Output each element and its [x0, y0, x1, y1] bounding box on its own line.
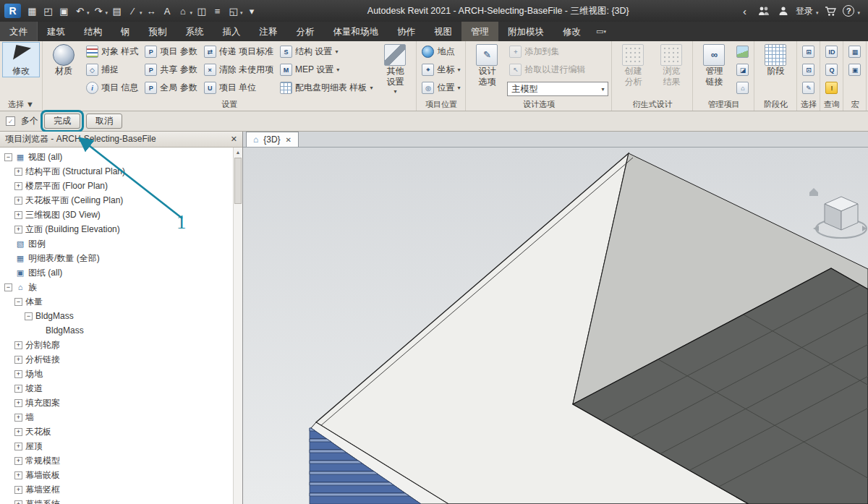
tree-item[interactable]: −⌂族: [1, 280, 232, 294]
tree-item[interactable]: +楼层平面 (Floor Plan): [1, 179, 232, 193]
signin-button[interactable]: 登录: [796, 5, 813, 17]
tab-file[interactable]: 文件: [0, 22, 38, 41]
tree-item[interactable]: +屋顶: [1, 439, 232, 453]
tab-视图[interactable]: 视图: [425, 22, 461, 41]
create-study-button[interactable]: 创建分析: [615, 43, 651, 87]
redo-icon[interactable]: ↷: [91, 4, 106, 18]
expand-icon[interactable]: +: [14, 197, 22, 205]
tab-预制[interactable]: 预制: [140, 22, 176, 41]
add-to-set-button[interactable]: 添加到集: [507, 43, 608, 61]
tree-item[interactable]: −▦视图 (all): [1, 150, 232, 164]
save-icon[interactable]: ▣: [56, 4, 72, 18]
aligned-dimension-icon[interactable]: ↔: [144, 4, 159, 18]
collapse-icon[interactable]: −: [4, 283, 12, 291]
tree-item[interactable]: +幕墙嵌板: [1, 468, 232, 482]
tab-注释[interactable]: 注释: [250, 22, 287, 41]
tab-建筑[interactable]: 建筑: [38, 22, 75, 41]
drawing-area[interactable]: [243, 148, 868, 504]
tab-修改[interactable]: 修改: [553, 22, 590, 41]
tab-钢[interactable]: 钢: [111, 22, 140, 41]
tab-结构[interactable]: 结构: [75, 22, 111, 41]
modify-button[interactable]: 修改: [3, 43, 39, 77]
default-3d-view-dropdown-icon[interactable]: ▾: [190, 10, 193, 16]
tree-item[interactable]: −BldgMass: [1, 309, 232, 323]
default-3d-view-icon[interactable]: ⌂: [176, 4, 191, 18]
collapse-icon[interactable]: −: [25, 312, 33, 320]
close-icon[interactable]: ✕: [286, 136, 292, 144]
thin-lines-icon[interactable]: ≡: [210, 4, 225, 18]
project-units-button[interactable]: 项目 单位: [202, 79, 276, 97]
design-options-button[interactable]: 设计选项: [469, 43, 505, 87]
tree-item[interactable]: +常规模型: [1, 453, 232, 468]
purge-unused-button[interactable]: 清除 未使用项: [202, 61, 276, 79]
expand-icon[interactable]: +: [14, 428, 22, 436]
tree-item[interactable]: ▦明细表/数量 (全部): [1, 251, 232, 265]
tree-item[interactable]: +天花板平面 (Ceiling Plan): [1, 193, 232, 208]
measure-dropdown-icon[interactable]: ▾: [140, 10, 142, 16]
app-menu-icon[interactable]: ▦: [25, 4, 40, 18]
tree-item[interactable]: +墙: [1, 410, 232, 424]
manage-links-button[interactable]: 管理链接: [696, 43, 732, 87]
expand-icon[interactable]: +: [14, 211, 22, 219]
community-icon[interactable]: [757, 4, 772, 18]
app-store-cart-icon[interactable]: [823, 4, 838, 18]
transfer-project-standards-button[interactable]: 传递 项目标准: [202, 43, 276, 61]
project-information-button[interactable]: 项目 信息: [84, 79, 140, 97]
tree-item[interactable]: +填充图案: [1, 396, 232, 410]
tree-item[interactable]: +结构平面 (Structural Plan): [1, 164, 232, 179]
materials-button[interactable]: 材质: [46, 43, 82, 77]
scrollbar[interactable]: ▲: [233, 148, 242, 504]
tree-item[interactable]: +幕墙系统: [1, 497, 232, 504]
position-button[interactable]: 位置▾: [420, 79, 462, 97]
chevron-left-icon[interactable]: ‹: [737, 4, 752, 18]
expand-icon[interactable]: +: [14, 471, 22, 479]
additional-settings-button[interactable]: 其他设置▾: [377, 43, 413, 95]
expand-icon[interactable]: +: [14, 226, 22, 234]
tab-分析[interactable]: 分析: [287, 22, 324, 41]
expand-icon[interactable]: +: [14, 356, 22, 364]
collapse-icon[interactable]: −: [4, 153, 12, 161]
tree-item[interactable]: ▣图纸 (all): [1, 265, 232, 280]
revit-logo-icon[interactable]: R: [4, 4, 21, 18]
phases-button[interactable]: 阶段: [757, 43, 793, 77]
multiple-checkbox[interactable]: ✓: [6, 116, 15, 126]
expand-icon[interactable]: +: [14, 486, 22, 494]
panel-schedule-templates-button[interactable]: 配电盘明细表 样板▾: [278, 79, 375, 97]
pick-to-edit-button[interactable]: 拾取以进行编辑: [507, 61, 608, 79]
finish-button[interactable]: 完成: [44, 114, 80, 129]
expand-icon[interactable]: +: [14, 370, 22, 378]
warnings-button[interactable]: [823, 79, 840, 97]
tab-系统[interactable]: 系统: [176, 22, 213, 41]
undo-icon[interactable]: ↶: [72, 4, 88, 18]
expand-icon[interactable]: +: [14, 500, 22, 504]
scroll-up-icon[interactable]: ▲: [234, 148, 242, 157]
coordinates-button[interactable]: 坐标▾: [420, 61, 462, 79]
expand-icon[interactable]: +: [14, 168, 22, 176]
load-selection-button[interactable]: [800, 61, 817, 79]
expand-icon[interactable]: +: [14, 414, 22, 422]
expand-icon[interactable]: +: [14, 457, 22, 465]
expand-icon[interactable]: +: [14, 443, 22, 450]
expand-icon[interactable]: +: [14, 182, 22, 190]
tree-item[interactable]: +三维视图 (3D View): [1, 208, 232, 222]
tab-协作[interactable]: 协作: [388, 22, 425, 41]
tree-item[interactable]: +场地: [1, 367, 232, 381]
global-parameters-button[interactable]: 全局 参数: [142, 79, 199, 97]
tab-管理[interactable]: 管理: [461, 22, 498, 41]
switch-windows-dropdown-icon[interactable]: ▾: [240, 10, 243, 16]
view-tab-3d[interactable]: ⌂ {3D} ✕: [246, 132, 299, 147]
location-button[interactable]: 地点: [420, 43, 462, 61]
tree-item[interactable]: +天花板: [1, 424, 232, 439]
collapse-icon[interactable]: −: [14, 298, 22, 306]
decal-types-button[interactable]: [734, 61, 751, 79]
close-icon[interactable]: ✕: [231, 134, 237, 144]
project-parameters-button[interactable]: 项目 参数: [142, 43, 199, 61]
tree-item[interactable]: ▧图例: [1, 236, 232, 251]
tab-插入[interactable]: 插入: [213, 22, 250, 41]
ids-of-selection-button[interactable]: [823, 43, 840, 61]
macro-manager-button[interactable]: [846, 43, 863, 61]
explore-outcomes-button[interactable]: 浏览结果: [653, 43, 689, 87]
tree-item[interactable]: BldgMass: [1, 323, 232, 338]
shared-parameters-button[interactable]: 共享 参数: [142, 61, 199, 79]
redo-dropdown-icon[interactable]: ▾: [106, 10, 109, 16]
